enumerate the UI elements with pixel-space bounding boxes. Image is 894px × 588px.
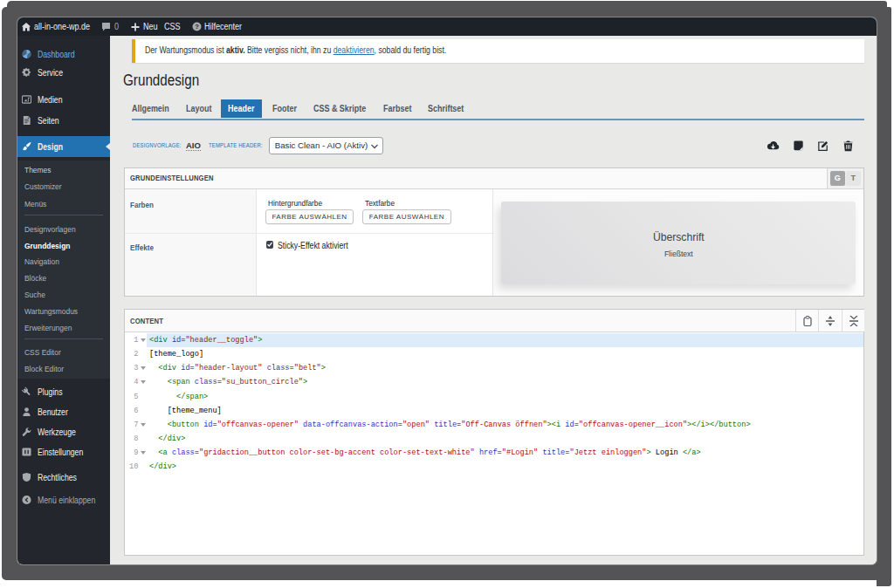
svg-text:?: ? — [195, 23, 199, 31]
